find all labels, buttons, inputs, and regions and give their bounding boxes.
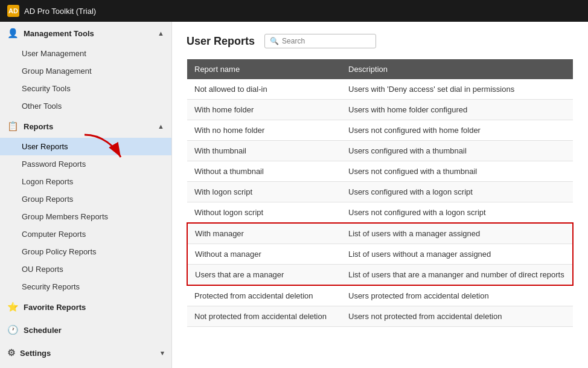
sidebar-item-user-management[interactable]: User Management <box>0 45 171 62</box>
app-icon: AD <box>7 5 19 17</box>
app-title: AD Pro Toolkit (Trial) <box>24 7 96 16</box>
chevron-up-icon-reports: ▲ <box>158 123 164 130</box>
sidebar-section-favorite-reports-label: Favorite Reports <box>24 303 86 312</box>
sidebar-item-password-reports[interactable]: Password Reports <box>0 155 171 173</box>
col-header-report-name: Report name <box>187 59 341 79</box>
sidebar-item-group-members-reports[interactable]: Group Members Reports <box>0 208 171 225</box>
report-name-cell: Users that are a manager <box>187 265 341 286</box>
search-box[interactable]: 🔍 <box>264 34 376 48</box>
report-name-cell: Without a manager <box>187 244 341 265</box>
table-row[interactable]: Without a thumbnailUsers not configued w… <box>187 161 573 182</box>
report-desc-cell: List of users without a manager assigned <box>341 244 573 265</box>
main-content: User Reports 🔍 Report name Description N… <box>172 22 588 368</box>
reports-icon: 📋 <box>7 121 19 132</box>
favorite-reports-icon: ⭐ <box>7 302 19 312</box>
sidebar-section-reports[interactable]: 📋 Reports ▲ <box>0 115 171 138</box>
table-row[interactable]: Not protected from accidental deletionUs… <box>187 306 573 327</box>
reports-items: User Reports Password Reports Logon Repo… <box>0 138 171 295</box>
report-name-cell: With manager <box>187 223 341 244</box>
table-row[interactable]: Without a managerList of users without a… <box>187 244 573 265</box>
sidebar-item-group-policy-reports[interactable]: Group Policy Reports <box>0 243 171 260</box>
sidebar-section-settings[interactable]: ⚙ Settings ▾ <box>0 341 171 364</box>
table-row[interactable]: Not allowed to dial-inUsers with 'Deny a… <box>187 79 573 100</box>
table-row[interactable]: Without logon scriptUsers not configured… <box>187 202 573 224</box>
report-table: Report name Description Not allowed to d… <box>187 59 574 327</box>
table-row[interactable]: With managerList of users with a manager… <box>187 223 573 244</box>
report-desc-cell: Users not configued with a thumbnail <box>341 161 573 182</box>
search-icon: 🔍 <box>270 37 279 45</box>
page-title: User Reports <box>187 35 255 48</box>
management-tools-items: User Management Group Management Securit… <box>0 45 171 115</box>
report-name-cell: Protected from accidental deletion <box>187 285 341 306</box>
report-desc-cell: Users not configured with home folder <box>341 120 573 141</box>
report-desc-cell: Users configured with a thumbnail <box>341 141 573 161</box>
report-desc-cell: List of users that are a mananger and nu… <box>341 265 573 286</box>
sidebar-item-group-reports[interactable]: Group Reports <box>0 190 171 208</box>
sidebar-item-group-management[interactable]: Group Management <box>0 62 171 80</box>
sidebar-item-user-reports[interactable]: User Reports <box>0 138 171 155</box>
sidebar-section-favorite-reports[interactable]: ⭐ Favorite Reports <box>0 295 171 318</box>
report-name-cell: With no home folder <box>187 120 341 141</box>
sidebar-item-security-reports[interactable]: Security Reports <box>0 278 171 295</box>
report-desc-cell: Users with home folder configured <box>341 100 573 120</box>
table-row[interactable]: With no home folderUsers not configured … <box>187 120 573 141</box>
settings-icon: ⚙ <box>7 347 15 358</box>
report-name-cell: Not allowed to dial-in <box>187 79 341 100</box>
report-name-cell: Without a thumbnail <box>187 161 341 182</box>
report-name-cell: With thumbnail <box>187 141 341 161</box>
table-row[interactable]: With home folderUsers with home folder c… <box>187 100 573 120</box>
sidebar-section-license[interactable]: 🔑 License <box>0 364 171 368</box>
report-desc-cell: List of users with a manager assigned <box>341 223 573 244</box>
table-row[interactable]: Users that are a managerList of users th… <box>187 265 573 286</box>
report-name-cell: With logon script <box>187 182 341 202</box>
col-header-description: Description <box>341 59 573 79</box>
sidebar-section-management-tools[interactable]: 👤 Management Tools ▲ <box>0 22 171 45</box>
scheduler-icon: 🕐 <box>7 324 19 335</box>
report-name-cell: Not protected from accidental deletion <box>187 306 341 327</box>
report-desc-cell: Users protected from accidental deletion <box>341 285 573 306</box>
sidebar-section-reports-label: Reports <box>24 122 53 131</box>
sidebar-section-management-tools-label: Management Tools <box>24 29 94 38</box>
sidebar-item-security-tools[interactable]: Security Tools <box>0 80 171 97</box>
table-row[interactable]: Protected from accidental deletionUsers … <box>187 285 573 306</box>
report-desc-cell: Users not protected from accidental dele… <box>341 306 573 327</box>
main-header: User Reports 🔍 <box>187 34 574 48</box>
table-header-row: Report name Description <box>187 59 573 79</box>
report-name-cell: With home folder <box>187 100 341 120</box>
sidebar-item-computer-reports[interactable]: Computer Reports <box>0 225 171 243</box>
sidebar: 👤 Management Tools ▲ User Management Gro… <box>0 22 172 368</box>
sidebar-item-logon-reports[interactable]: Logon Reports <box>0 173 171 190</box>
chevron-up-icon: ▲ <box>158 30 164 37</box>
sidebar-section-settings-label: Settings <box>20 349 51 358</box>
sidebar-item-other-tools[interactable]: Other Tools <box>0 97 171 115</box>
table-row[interactable]: With thumbnailUsers configured with a th… <box>187 141 573 161</box>
sidebar-section-scheduler[interactable]: 🕐 Scheduler <box>0 318 171 341</box>
report-desc-cell: Users with 'Deny access' set dial in per… <box>341 79 573 100</box>
report-desc-cell: Users configured with a logon script <box>341 182 573 202</box>
sidebar-section-scheduler-label: Scheduler <box>24 326 62 335</box>
search-input[interactable] <box>282 37 372 45</box>
report-name-cell: Without logon script <box>187 202 341 224</box>
chevron-down-icon-settings: ▾ <box>161 349 164 357</box>
management-tools-icon: 👤 <box>7 28 19 39</box>
table-row[interactable]: With logon scriptUsers configured with a… <box>187 182 573 202</box>
sidebar-item-ou-reports[interactable]: OU Reports <box>0 260 171 278</box>
title-bar: AD AD Pro Toolkit (Trial) <box>0 0 588 22</box>
report-desc-cell: Users not configured with a logon script <box>341 202 573 224</box>
